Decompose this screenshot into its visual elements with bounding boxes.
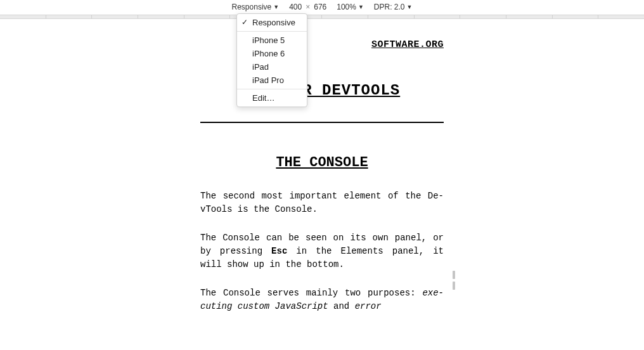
ruler-segment: [415, 15, 461, 18]
dropdown-separator: [237, 31, 307, 32]
dropdown-item-ipad[interactable]: iPad: [237, 60, 307, 74]
ruler-segment: [322, 15, 368, 18]
device-dropdown: Responsive iPhone 5 iPhone 6 iPad iPad P…: [236, 13, 307, 107]
device-toolbar: Responsive ▼ 400 × 676 100% ▼ DPR: 2.0 ▼: [0, 0, 644, 15]
viewport-area: SOFTWARE.ORG BROWSER DEVTOOLS THE CONSOL…: [0, 19, 644, 350]
device-selector-label: Responsive: [232, 3, 272, 11]
width-input[interactable]: 400: [289, 3, 302, 11]
ruler-segment: [368, 15, 415, 18]
kbd-esc: Esc: [271, 246, 287, 256]
dimensions-x: ×: [306, 3, 310, 11]
ruler-bar[interactable]: [0, 15, 644, 19]
paragraph: The second most important element of the…: [200, 190, 444, 216]
zoom-selector[interactable]: 100% ▼: [337, 3, 364, 11]
zoom-label: 100%: [337, 3, 356, 11]
dpr-label: DPR: 2.0: [374, 3, 405, 11]
dropdown-separator: [237, 89, 307, 89]
chevron-down-icon: ▼: [358, 4, 364, 10]
paragraph: The Console can be seen on its own panel…: [200, 231, 444, 271]
ruler-segment: [0, 15, 46, 18]
ruler-segment: [46, 15, 93, 18]
page-content: SOFTWARE.ORG BROWSER DEVTOOLS THE CONSOL…: [195, 39, 449, 313]
ruler-segment: [506, 15, 553, 18]
height-input[interactable]: 676: [314, 3, 326, 11]
ruler-segment: [184, 15, 231, 18]
ruler-segment: [138, 15, 184, 18]
divider: [200, 122, 444, 123]
dropdown-item-ipadpro[interactable]: iPad Pro: [237, 74, 307, 87]
dropdown-item-iphone6[interactable]: iPhone 6: [237, 47, 307, 60]
device-selector[interactable]: Responsive ▼: [232, 3, 280, 11]
paragraph: The Console serves mainly two purposes: …: [200, 287, 444, 313]
chevron-down-icon: ▼: [407, 4, 413, 10]
resize-handle[interactable]: [453, 271, 455, 290]
dpr-selector[interactable]: DPR: 2.0 ▼: [374, 3, 413, 11]
dropdown-item-iphone5[interactable]: iPhone 5: [237, 34, 307, 47]
section-heading: THE CONSOLE: [200, 155, 444, 171]
dropdown-item-edit[interactable]: Edit…: [237, 91, 307, 105]
dropdown-item-responsive[interactable]: Responsive: [237, 16, 307, 29]
ruler-segment: [92, 15, 138, 18]
ruler-segment: [460, 15, 506, 18]
device-frame: SOFTWARE.ORG BROWSER DEVTOOLS THE CONSOL…: [195, 39, 449, 350]
ruler-segment: [553, 15, 599, 18]
ruler-segment: [598, 15, 644, 18]
dimensions: 400 × 676: [289, 3, 326, 11]
chevron-down-icon: ▼: [273, 4, 279, 10]
